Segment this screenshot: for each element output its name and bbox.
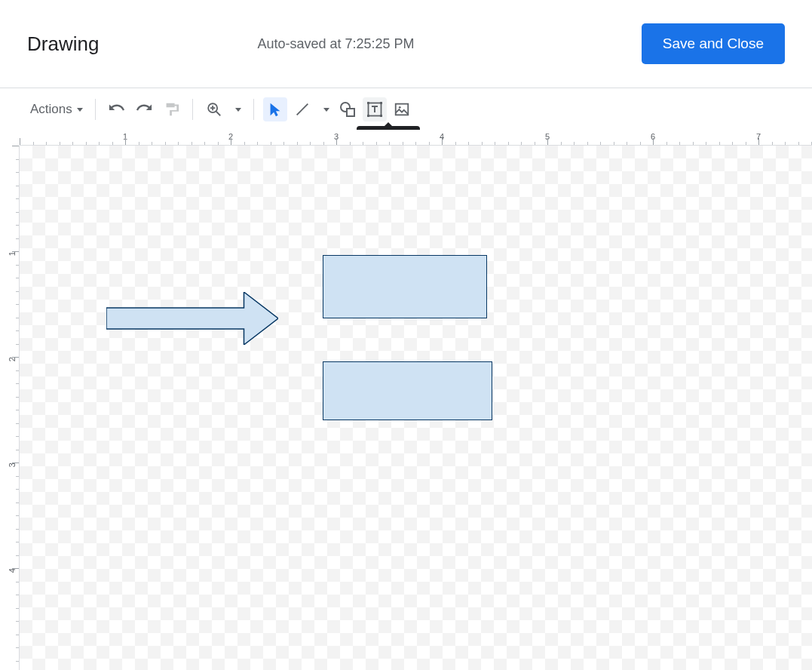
ruler-tick-minor bbox=[165, 142, 166, 145]
shape-arrow[interactable] bbox=[106, 292, 278, 345]
shape-rectangle[interactable] bbox=[323, 255, 487, 318]
ruler-tick-minor bbox=[204, 142, 205, 145]
ruler-tick-minor bbox=[16, 172, 19, 173]
chevron-down-icon bbox=[77, 108, 83, 112]
ruler-tick-minor bbox=[455, 142, 456, 145]
ruler-tick-minor bbox=[178, 142, 179, 145]
ruler-tick-minor bbox=[283, 142, 284, 145]
ruler-tick-minor bbox=[415, 142, 416, 145]
line-icon bbox=[294, 101, 311, 118]
horizontal-ruler[interactable]: 12345678 bbox=[20, 130, 812, 146]
ruler-tick-minor bbox=[16, 225, 19, 226]
ruler-tick-minor bbox=[16, 186, 19, 186]
paint-format-icon bbox=[163, 101, 179, 118]
ruler-tick-minor bbox=[16, 476, 19, 477]
textbox-tool-button[interactable] bbox=[363, 97, 387, 121]
ruler-tick-minor bbox=[376, 142, 377, 145]
dialog-title: Drawing bbox=[27, 32, 99, 56]
ruler-tick-minor bbox=[218, 142, 219, 145]
ruler-tick-minor bbox=[72, 142, 73, 145]
redo-icon bbox=[136, 101, 152, 118]
zoom-dropdown-button[interactable] bbox=[229, 97, 244, 121]
ruler-tick-major bbox=[125, 138, 126, 145]
ruler-tick-minor bbox=[746, 142, 746, 145]
ruler-tick-major bbox=[12, 251, 19, 252]
undo-button[interactable] bbox=[105, 97, 129, 121]
shape-rectangle[interactable] bbox=[323, 361, 492, 420]
ruler-tick-major bbox=[12, 357, 19, 358]
ruler-tick-major bbox=[336, 138, 337, 145]
zoom-button[interactable] bbox=[202, 97, 226, 121]
autosave-status: Auto-saved at 7:25:25 PM bbox=[99, 36, 641, 52]
ruler-tick-minor bbox=[271, 142, 271, 145]
ruler-tick-minor bbox=[152, 142, 152, 145]
ruler-tick-minor bbox=[46, 142, 47, 145]
ruler-tick-minor bbox=[16, 621, 19, 622]
ruler-tick-major bbox=[20, 138, 20, 145]
image-icon bbox=[394, 101, 410, 118]
svg-line-4 bbox=[296, 104, 308, 115]
actions-menu-label: Actions bbox=[30, 102, 74, 117]
ruler-tick-minor bbox=[614, 142, 614, 145]
ruler-tick-major bbox=[758, 138, 759, 145]
ruler-tick-minor bbox=[16, 502, 19, 503]
ruler-tick-minor bbox=[16, 555, 19, 556]
svg-line-1 bbox=[216, 112, 221, 116]
paint-format-button[interactable] bbox=[159, 97, 183, 121]
line-dropdown-button[interactable] bbox=[317, 97, 332, 121]
ruler-tick-minor bbox=[403, 142, 403, 145]
ruler-tick-minor bbox=[16, 212, 19, 213]
ruler-tick-minor bbox=[257, 142, 258, 145]
textbox-icon bbox=[366, 100, 384, 118]
ruler-tick-major bbox=[547, 138, 548, 145]
toolbar-separator bbox=[95, 99, 96, 120]
ruler-tick-minor bbox=[323, 142, 324, 145]
ruler-tick-minor bbox=[16, 344, 19, 345]
ruler-tick-minor bbox=[495, 142, 495, 145]
image-tool-button[interactable] bbox=[390, 97, 414, 121]
chevron-down-icon bbox=[235, 108, 241, 112]
select-tool-button[interactable] bbox=[263, 97, 287, 121]
svg-point-13 bbox=[399, 106, 401, 109]
ruler-tick-minor bbox=[350, 142, 351, 145]
ruler-tick-minor bbox=[363, 142, 363, 145]
ruler-tick-minor bbox=[16, 608, 19, 609]
shape-tool-button[interactable] bbox=[336, 97, 360, 121]
ruler-tick-minor bbox=[679, 142, 680, 145]
save-and-close-button[interactable]: Save and Close bbox=[642, 23, 785, 64]
ruler-tick-minor bbox=[16, 410, 19, 410]
select-cursor-icon bbox=[267, 101, 283, 118]
toolbar-separator bbox=[192, 99, 193, 120]
ruler-tick-minor bbox=[16, 318, 19, 318]
ruler-tick-minor bbox=[16, 278, 19, 278]
actions-menu-button[interactable]: Actions bbox=[27, 97, 86, 121]
svg-rect-9 bbox=[380, 102, 382, 104]
ruler-tick-minor bbox=[561, 142, 562, 145]
ruler-tick-minor bbox=[16, 515, 19, 516]
ruler-tick-minor bbox=[535, 142, 535, 145]
redo-button[interactable] bbox=[132, 97, 156, 121]
ruler-tick-major bbox=[653, 138, 654, 145]
ruler-tick-minor bbox=[16, 489, 19, 490]
ruler-tick-major bbox=[442, 138, 443, 145]
vertical-ruler[interactable]: 12345 bbox=[0, 146, 20, 670]
ruler-tick-major bbox=[231, 138, 231, 145]
drawing-canvas[interactable] bbox=[20, 146, 812, 670]
work-area: 12345678 12345 bbox=[0, 130, 812, 670]
line-tool-button[interactable] bbox=[290, 97, 314, 121]
ruler-tick-minor bbox=[86, 142, 87, 145]
ruler-tick-minor bbox=[16, 436, 19, 437]
ruler-tick-minor bbox=[508, 142, 509, 145]
ruler-tick-minor bbox=[99, 142, 100, 145]
ruler-tick-minor bbox=[693, 142, 694, 145]
ruler-tick-minor bbox=[33, 142, 34, 145]
ruler-tick-minor bbox=[16, 397, 19, 398]
ruler-tick-minor bbox=[732, 142, 733, 145]
ruler-tick-minor bbox=[429, 142, 430, 145]
ruler-tick-minor bbox=[310, 142, 311, 145]
ruler-tick-minor bbox=[16, 635, 19, 635]
ruler-tick-minor bbox=[600, 142, 601, 145]
ruler-tick-minor bbox=[16, 450, 19, 450]
ruler-tick-minor bbox=[16, 330, 19, 331]
ruler-tick-major bbox=[12, 568, 19, 569]
